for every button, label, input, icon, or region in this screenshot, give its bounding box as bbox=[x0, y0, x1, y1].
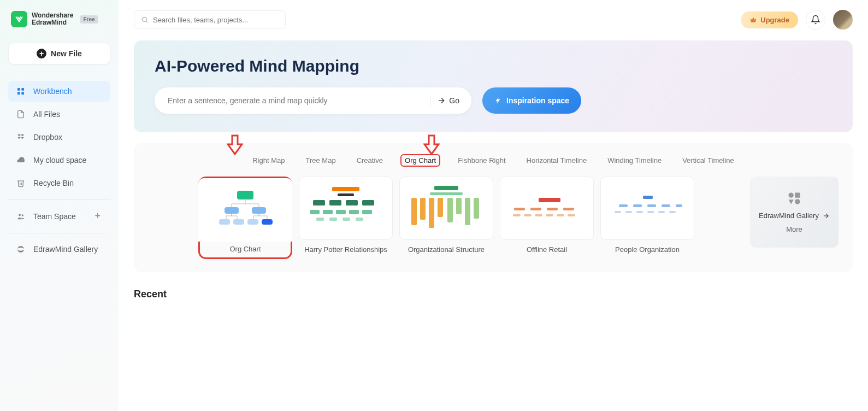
svg-point-11 bbox=[789, 193, 794, 198]
crown-icon bbox=[749, 16, 757, 24]
template-thumbnail bbox=[500, 177, 594, 240]
template-card-people-org[interactable]: People Organization bbox=[600, 177, 694, 254]
tab-creative[interactable]: Creative bbox=[353, 154, 386, 167]
gallery-icon bbox=[16, 244, 26, 254]
new-file-button[interactable]: + New File bbox=[8, 43, 110, 64]
template-label: Org Chart bbox=[229, 245, 261, 253]
hero-title: AI-Powered Mind Mapping bbox=[155, 57, 832, 75]
add-team-icon[interactable]: + bbox=[95, 210, 103, 222]
search-input[interactable] bbox=[134, 10, 286, 29]
template-label: Harry Potter Relationships bbox=[304, 245, 387, 254]
template-card-offline-retail[interactable]: Offline Retail bbox=[500, 177, 594, 254]
tab-tree-map[interactable]: Tree Map bbox=[302, 154, 339, 167]
svg-point-4 bbox=[19, 214, 21, 216]
tab-winding-timeline[interactable]: Winding Timeline bbox=[604, 154, 665, 167]
sidebar-item-label: Dropbox bbox=[33, 133, 62, 142]
trash-icon bbox=[16, 178, 26, 188]
logo: Wondershare EdrawMind Free bbox=[8, 11, 110, 27]
notifications-button[interactable] bbox=[806, 10, 825, 30]
template-tabs: Right Map Tree Map Creative Org Chart Fi… bbox=[148, 154, 839, 167]
svg-point-7 bbox=[17, 248, 24, 250]
template-label: People Organization bbox=[615, 245, 680, 254]
inspiration-button[interactable]: Inspiration space bbox=[482, 87, 581, 114]
sidebar-item-label: All Files bbox=[33, 110, 60, 119]
team-icon bbox=[16, 212, 26, 221]
template-label: Offline Retail bbox=[527, 245, 567, 254]
hero-banner: AI-Powered Mind Mapping Go Inspiration s… bbox=[134, 40, 853, 132]
sidebar-item-gallery[interactable]: EdrawMind Gallery bbox=[8, 239, 110, 260]
svg-rect-12 bbox=[795, 193, 800, 198]
gallery-shapes-icon bbox=[787, 191, 802, 206]
tab-org-chart[interactable]: Org Chart bbox=[400, 154, 440, 167]
workbench-icon bbox=[16, 86, 26, 96]
bolt-icon bbox=[494, 97, 502, 104]
gallery-card-title: EdrawMind Gallery bbox=[759, 212, 830, 220]
sidebar-item-cloud[interactable]: My cloud space bbox=[8, 150, 110, 171]
search-icon bbox=[141, 16, 149, 24]
sidebar-item-team-space[interactable]: Team Space + bbox=[8, 205, 110, 227]
gallery-card[interactable]: EdrawMind Gallery More bbox=[750, 177, 839, 248]
sidebar: Wondershare EdrawMind Free + New File Wo… bbox=[0, 0, 119, 411]
template-cards: Org Chart bbox=[148, 177, 839, 259]
svg-rect-1 bbox=[21, 88, 24, 91]
svg-rect-2 bbox=[17, 92, 20, 95]
divider bbox=[8, 233, 110, 233]
svg-rect-0 bbox=[17, 88, 20, 91]
divider bbox=[8, 199, 110, 199]
topbar-right: Upgrade bbox=[741, 10, 853, 30]
sidebar-item-all-files[interactable]: All Files bbox=[8, 104, 110, 125]
upgrade-button[interactable]: Upgrade bbox=[741, 11, 798, 28]
svg-rect-3 bbox=[21, 92, 24, 95]
plan-badge: Free bbox=[80, 15, 98, 24]
sidebar-item-label: Team Space bbox=[33, 212, 76, 221]
sidebar-item-label: Workbench bbox=[33, 87, 72, 96]
inspiration-label: Inspiration space bbox=[506, 96, 569, 105]
sidebar-item-label: My cloud space bbox=[33, 156, 86, 165]
new-file-label: New File bbox=[51, 49, 82, 58]
topbar: Upgrade bbox=[134, 10, 853, 30]
tab-right-map[interactable]: Right Map bbox=[249, 154, 288, 167]
annotation-arrow-icon bbox=[227, 134, 243, 155]
recent-heading: Recent bbox=[134, 289, 853, 300]
ai-prompt-input[interactable] bbox=[168, 96, 423, 105]
ai-generate-box: Go bbox=[155, 87, 471, 114]
app-logo-icon bbox=[11, 11, 27, 27]
search-field[interactable] bbox=[153, 16, 279, 24]
svg-point-5 bbox=[22, 214, 23, 216]
template-card-org-structure[interactable]: Organizational Structure bbox=[399, 177, 493, 254]
tab-fishbone-right[interactable]: Fishbone Right bbox=[454, 154, 509, 167]
sidebar-item-label: Recycle Bin bbox=[33, 179, 74, 187]
more-label: More bbox=[786, 225, 802, 233]
svg-rect-13 bbox=[795, 199, 800, 204]
arrow-right-icon bbox=[437, 96, 446, 105]
template-thumbnail bbox=[299, 177, 393, 240]
bell-icon bbox=[811, 15, 820, 25]
annotation-arrow-icon bbox=[423, 134, 440, 155]
sidebar-item-label: EdrawMind Gallery bbox=[33, 245, 98, 254]
template-label: Organizational Structure bbox=[408, 245, 485, 254]
avatar[interactable] bbox=[833, 10, 853, 30]
separator bbox=[430, 95, 430, 106]
cloud-icon bbox=[16, 155, 26, 165]
template-thumbnail bbox=[198, 178, 292, 242]
go-button[interactable]: Go bbox=[437, 96, 465, 105]
tab-horizontal-timeline[interactable]: Horizontal Timeline bbox=[523, 154, 591, 167]
app-name: Wondershare EdrawMind bbox=[32, 12, 73, 26]
arrow-right-icon bbox=[822, 212, 830, 220]
sidebar-item-dropbox[interactable]: Dropbox bbox=[8, 127, 110, 148]
sidebar-item-workbench[interactable]: Workbench bbox=[8, 81, 110, 102]
plus-icon: + bbox=[37, 49, 46, 58]
files-icon bbox=[16, 109, 26, 119]
template-thumbnail bbox=[399, 177, 493, 240]
template-card-org-chart[interactable]: Org Chart bbox=[198, 177, 292, 259]
dropbox-icon bbox=[16, 132, 26, 142]
svg-point-8 bbox=[142, 17, 146, 21]
upgrade-label: Upgrade bbox=[760, 16, 789, 24]
go-label: Go bbox=[449, 96, 459, 105]
sidebar-item-recycle[interactable]: Recycle Bin bbox=[8, 173, 110, 193]
main-content: Upgrade AI-Powered Mind Mapping Go Inspi… bbox=[119, 0, 868, 411]
svg-line-9 bbox=[146, 21, 148, 23]
templates-section: Right Map Tree Map Creative Org Chart Fi… bbox=[134, 143, 853, 272]
tab-vertical-timeline[interactable]: Vertical Timeline bbox=[679, 154, 737, 167]
template-card-harry-potter[interactable]: Harry Potter Relationships bbox=[299, 177, 393, 254]
